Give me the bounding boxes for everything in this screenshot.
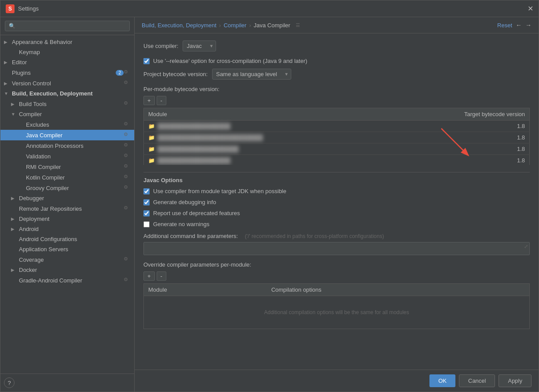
module-col-header: Module — [144, 108, 391, 121]
search-box — [0, 17, 134, 35]
gear-icon: ⚙ — [124, 142, 131, 149]
sidebar-item-compiler[interactable]: ▼ Compiler — [0, 109, 134, 119]
sidebar-item-groovy-compiler[interactable]: Groovy Compiler ⚙ — [0, 183, 134, 193]
cmd-input-wrapper: ⤢ — [143, 242, 530, 255]
sidebar-item-android[interactable]: ▶ Android — [0, 224, 134, 234]
sidebar-item-label: Docker — [19, 267, 131, 273]
content-panel: Build, Execution, Deployment › Compiler … — [135, 17, 539, 392]
sidebar-item-rmi-compiler[interactable]: RMI Compiler ⚙ — [0, 161, 134, 172]
sidebar-item-plugins[interactable]: Plugins 2 ⚙ — [0, 67, 134, 78]
javac-opt-1: Generate debugging info — [143, 199, 530, 205]
remove-module-button[interactable]: - — [157, 96, 166, 105]
gear-icon: ⚙ — [124, 80, 131, 87]
settings-panel: Use compiler: Javac Eclipse Ajc ▼ Use '-… — [135, 33, 539, 370]
sidebar-item-label: RMI Compiler — [26, 164, 124, 170]
cmd-label-row: Additional command line parameters: ('/'… — [143, 233, 530, 239]
sidebar-item-gradle-android[interactable]: Gradle-Android Compiler ⚙ — [0, 275, 134, 286]
javac-opt-0: Use compiler from module target JDK when… — [143, 188, 530, 194]
table-row[interactable]: 📁 ██████████████████ 1.8 — [144, 155, 530, 165]
sidebar-item-kotlin-compiler[interactable]: Kotlin Compiler ⚙ — [0, 172, 134, 183]
folder-icon: 📁 — [148, 158, 155, 164]
sidebar-item-keymap[interactable]: Keymap — [0, 47, 134, 57]
expand-arrow: ▶ — [4, 60, 11, 65]
cmd-input-field[interactable] — [143, 242, 530, 255]
sidebar-item-excludes[interactable]: Excludes ⚙ — [0, 119, 134, 130]
table-row[interactable]: 📁 ██████████████████████████ 1.8 — [144, 132, 530, 143]
breadcrumb-build[interactable]: Build, Execution, Deployment — [142, 22, 216, 29]
forward-button[interactable]: → — [525, 22, 532, 29]
add-override-button[interactable]: + — [143, 271, 155, 281]
sidebar-item-docker[interactable]: ▶ Docker — [0, 265, 134, 275]
javac-options-title: Javac Options — [143, 172, 530, 183]
title-bar: S Settings ✕ — [0, 0, 539, 17]
javac-opt-1-checkbox[interactable] — [143, 199, 150, 205]
compiler-select[interactable]: Javac Eclipse Ajc — [183, 40, 216, 51]
plugins-badge: 2 — [116, 70, 124, 76]
sidebar-item-label: Java Compiler — [26, 132, 124, 139]
sidebar-item-build[interactable]: ▼ Build, Execution, Deployment — [0, 88, 134, 99]
apply-button[interactable]: Apply — [499, 374, 532, 387]
app-icon: S — [6, 4, 15, 13]
ok-button[interactable]: OK — [429, 374, 455, 387]
gear-icon: ⚙ — [124, 256, 131, 263]
sidebar-item-label: Build, Execution, Deployment — [12, 90, 131, 97]
gear-icon: ⚙ — [124, 132, 131, 139]
sidebar-item-application-servers[interactable]: Application Servers — [0, 244, 134, 254]
breadcrumb-sep1: › — [219, 22, 221, 29]
sidebar-item-label: Plugins — [12, 70, 114, 76]
javac-opt-2-checkbox[interactable] — [143, 210, 150, 216]
gear-icon: ⚙ — [124, 174, 131, 181]
expand-icon[interactable]: ⤢ — [524, 244, 528, 249]
module-name-cell: 📁 ██████████████████ — [144, 155, 391, 165]
bytecode-version-select-wrapper: Same as language level ▼ — [212, 69, 291, 80]
javac-opt-2: Report use of deprecated features — [143, 210, 530, 216]
module-name-text: ██████████████████████████ — [158, 134, 263, 141]
sidebar-item-version-control[interactable]: ▶ Version Control ⚙ — [0, 78, 134, 88]
sidebar-item-java-compiler[interactable]: Java Compiler ⚙ — [0, 130, 134, 140]
sidebar-item-deployment[interactable]: ▶ Deployment — [0, 214, 134, 224]
sidebar-item-annotation-processors[interactable]: Annotation Processors ⚙ — [0, 140, 134, 151]
reset-button[interactable]: Reset — [497, 22, 512, 29]
search-input[interactable] — [5, 21, 130, 31]
javac-opt-3-label: Generate no warnings — [153, 221, 209, 227]
bytecode-version-select[interactable]: Same as language level — [212, 69, 291, 80]
sidebar-item-remote-jar[interactable]: Remote Jar Repositories ⚙ — [0, 203, 134, 214]
breadcrumb-sep2: › — [249, 22, 251, 29]
javac-opt-3-checkbox[interactable] — [143, 221, 150, 227]
sidebar-item-editor[interactable]: ▶ Editor — [0, 57, 134, 67]
table-row[interactable]: 📁 ████████████████████ 1.8 — [144, 143, 530, 155]
remove-override-button[interactable]: - — [157, 271, 166, 281]
sidebar-item-debugger[interactable]: ▶ Debugger — [0, 193, 134, 203]
release-option-checkbox[interactable] — [143, 58, 150, 64]
override-empty-hint: Additional compilation options will be t… — [144, 296, 530, 329]
close-button[interactable]: ✕ — [528, 4, 533, 13]
javac-options-section: Javac Options Use compiler from module t… — [143, 172, 530, 227]
override-module-col: Module — [144, 284, 267, 296]
sidebar-item-label: Android Configurations — [19, 236, 131, 242]
add-module-button[interactable]: + — [143, 96, 155, 105]
table-row[interactable]: 📁 ██████████████████ 1.8 — [144, 121, 530, 132]
gear-icon: ⚙ — [124, 121, 131, 128]
breadcrumb-compiler[interactable]: Compiler — [224, 22, 246, 29]
module-version-cell: 1.8 — [390, 121, 529, 132]
javac-opt-0-checkbox[interactable] — [143, 188, 150, 194]
expand-arrow: ▶ — [11, 102, 18, 106]
use-compiler-label: Use compiler: — [143, 43, 178, 49]
sidebar-item-build-tools[interactable]: ▶ Build Tools ⚙ — [0, 99, 134, 109]
sidebar-item-coverage[interactable]: Coverage ⚙ — [0, 254, 134, 265]
breadcrumb-menu-icon[interactable]: ☰ — [296, 22, 300, 28]
cancel-button[interactable]: Cancel — [459, 374, 495, 387]
folder-icon: 📁 — [148, 135, 155, 141]
sidebar-item-label: Debugger — [19, 195, 131, 201]
per-module-toolbar: + - — [143, 96, 530, 105]
gear-icon: ⚙ — [124, 153, 131, 160]
sidebar-item-label: Version Control — [12, 80, 124, 87]
help-button[interactable]: ? — [4, 377, 15, 388]
sidebar-item-appearance[interactable]: ▶ Appearance & Behavior — [0, 37, 134, 47]
sidebar-item-label: Kotlin Compiler — [26, 174, 124, 181]
breadcrumb-bar: Build, Execution, Deployment › Compiler … — [135, 17, 539, 33]
sidebar-item-android-configurations[interactable]: Android Configurations — [0, 234, 134, 244]
module-version-cell: 1.8 — [390, 132, 529, 143]
back-button[interactable]: ← — [516, 22, 522, 29]
sidebar-item-validation[interactable]: Validation ⚙ — [0, 151, 134, 161]
